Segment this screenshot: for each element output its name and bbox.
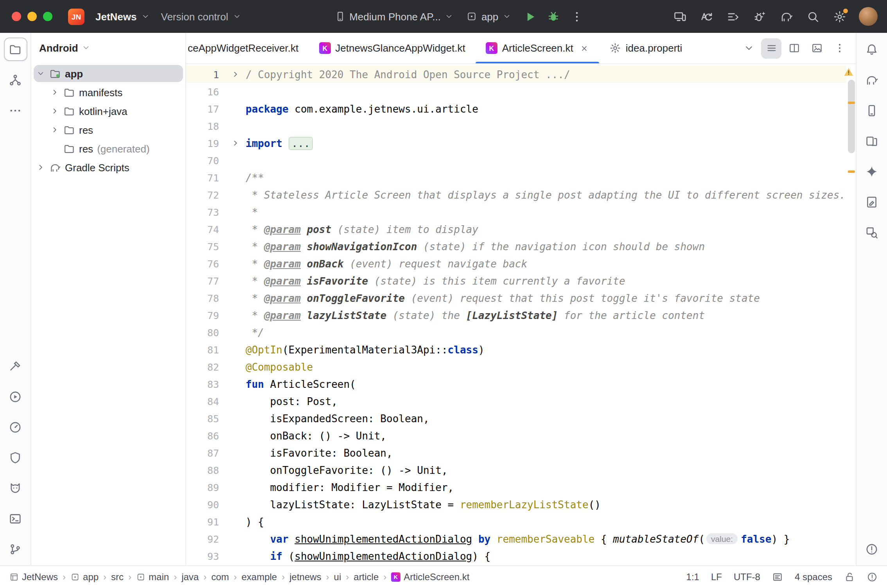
- vcs-widget[interactable]: Version control: [156, 7, 247, 26]
- tool-layout-inspector-button[interactable]: [860, 220, 883, 244]
- breadcrumb-ui[interactable]: ui: [334, 572, 341, 583]
- inspections-widget[interactable]: [843, 66, 854, 80]
- bug-report-button[interactable]: [749, 5, 771, 27]
- encoding-widget[interactable]: UTF-8: [734, 572, 760, 583]
- design-view-button[interactable]: [806, 38, 827, 58]
- tree-item-gradle-scripts[interactable]: Gradle Scripts: [31, 158, 185, 177]
- code-line-88[interactable]: 88 onToggleFavorite: () -> Unit,: [186, 461, 846, 479]
- code-line-75[interactable]: 75 * @param showNavigationIcon (state) i…: [186, 238, 846, 255]
- fold-arrow-icon[interactable]: [231, 138, 240, 148]
- project-selector[interactable]: JetNews: [90, 7, 156, 26]
- tree-item-app[interactable]: app: [31, 64, 185, 83]
- code-line-72[interactable]: 72 * Stateless Article Screen that displ…: [186, 186, 846, 203]
- code-line-83[interactable]: 83fun ArticleScreen(: [186, 375, 846, 393]
- tree-item-res[interactable]: res: [31, 120, 185, 139]
- breadcrumb-com[interactable]: com: [211, 572, 229, 583]
- line-separator-widget[interactable]: LF: [711, 572, 722, 583]
- code-editor[interactable]: 1/ Copyright 2020 The Android Open Sourc…: [186, 64, 856, 565]
- device-selector[interactable]: Medium Phone AP...: [329, 7, 460, 26]
- editor-tab-jetnewsglanceappwidget-kt[interactable]: KJetnewsGlanceAppWidget.kt: [309, 33, 475, 63]
- code-line-19[interactable]: 19import ...: [186, 134, 846, 152]
- editor-scrollbar[interactable]: [846, 64, 856, 565]
- run-configuration-selector[interactable]: app: [461, 7, 517, 26]
- tool-app-inspection-button[interactable]: [860, 190, 883, 213]
- error-indicator-icon[interactable]: [867, 572, 878, 583]
- gradle-sync-button[interactable]: [776, 5, 798, 27]
- code-line-85[interactable]: 85 isExpandedScreen: Boolean,: [186, 410, 846, 427]
- code-line-89[interactable]: 89 modifier: Modifier = Modifier,: [186, 479, 846, 496]
- tool-run-button[interactable]: [4, 385, 27, 408]
- tool-profiler-button[interactable]: [4, 415, 27, 439]
- tool-problems-button[interactable]: [860, 537, 883, 561]
- code-line-18[interactable]: 18: [186, 117, 846, 134]
- more-run-actions-button[interactable]: [566, 5, 587, 27]
- tool-logcat-button[interactable]: [4, 476, 27, 500]
- code-line-70[interactable]: 70: [186, 152, 846, 169]
- breadcrumb-articlescreen-kt[interactable]: KArticleScreen.kt: [391, 572, 469, 583]
- code-line-93[interactable]: 93 if (showUnimplementedActionDialog) {: [186, 547, 846, 565]
- code-line-74[interactable]: 74 * @param post (state) item to display: [186, 220, 846, 238]
- hidden-tabs-button[interactable]: [738, 38, 759, 58]
- code-line-86[interactable]: 86 onBack: () -> Unit,: [186, 427, 846, 444]
- close-icon[interactable]: [580, 43, 589, 53]
- tool-app-quality-insights-button[interactable]: [4, 446, 27, 469]
- breadcrumb-article[interactable]: article: [354, 572, 379, 583]
- tree-item-manifests[interactable]: manifests: [31, 83, 185, 102]
- editor-options-button[interactable]: [829, 38, 849, 58]
- close-window-button[interactable]: [12, 12, 21, 21]
- minimize-window-button[interactable]: [27, 12, 37, 21]
- tree-item-kotlin-java[interactable]: kotlin+java: [31, 102, 185, 120]
- code-line-16[interactable]: 16: [186, 83, 846, 100]
- scrollbar-thumb[interactable]: [848, 80, 855, 153]
- code-line-77[interactable]: 77 * @param isFavorite (state) is this i…: [186, 272, 846, 289]
- code-view-button[interactable]: [761, 38, 781, 58]
- code-line-87[interactable]: 87 isFavorite: Boolean,: [186, 444, 846, 461]
- tool-running-devices-button[interactable]: [860, 129, 883, 152]
- breadcrumb-example[interactable]: example: [242, 572, 277, 583]
- code-line-78[interactable]: 78 * @param onToggleFavorite (event) req…: [186, 289, 846, 307]
- tool-device-manager-button[interactable]: [860, 99, 883, 122]
- settings-button[interactable]: [829, 5, 851, 27]
- breadcrumb-jetnews[interactable]: JetNews: [9, 572, 58, 583]
- code-line-71[interactable]: 71/**: [186, 169, 846, 186]
- tool-project-button[interactable]: [4, 38, 27, 61]
- code-line-82[interactable]: 82@Composable: [186, 358, 846, 375]
- code-line-79[interactable]: 79 * @param lazyListState (state) the [L…: [186, 307, 846, 324]
- code-line-17[interactable]: 17package com.example.jetnews.ui.article: [186, 100, 846, 117]
- run-button[interactable]: [519, 5, 540, 27]
- search-everywhere-button[interactable]: [803, 5, 824, 27]
- tool-notifications-button[interactable]: [860, 38, 883, 61]
- code-line-81[interactable]: 81@OptIn(ExperimentalMaterial3Api::class…: [186, 341, 846, 358]
- breadcrumb-main[interactable]: main: [136, 572, 169, 583]
- tool-more-tool-windows-button[interactable]: [4, 99, 27, 122]
- code-line-84[interactable]: 84 post: Post,: [186, 393, 846, 410]
- breadcrumb-app[interactable]: app: [70, 572, 99, 583]
- debug-button[interactable]: [542, 5, 564, 27]
- breadcrumb-src[interactable]: src: [111, 572, 124, 583]
- tool-gemini-button[interactable]: [860, 160, 883, 183]
- tool-terminal-button[interactable]: [4, 507, 27, 530]
- editor-tab-ceappwidgetreceiver-kt[interactable]: ceAppWidgetReceiver.kt: [186, 33, 309, 63]
- tool-version-control-button[interactable]: [4, 537, 27, 561]
- tool-build-button[interactable]: [4, 354, 27, 378]
- project-view-selector[interactable]: Android: [39, 42, 91, 54]
- code-line-73[interactable]: 73 *: [186, 203, 846, 220]
- code-line-76[interactable]: 76 * @param onBack (event) request navig…: [186, 255, 846, 272]
- code-line-92[interactable]: 92 var showUnimplementedActionDialog by …: [186, 530, 846, 547]
- indent-size-widget[interactable]: 4 spaces: [795, 572, 832, 583]
- user-avatar[interactable]: [859, 7, 878, 26]
- breadcrumb-java[interactable]: java: [181, 572, 199, 583]
- code-sync-button[interactable]: [696, 5, 718, 27]
- editor-tab-articlescreen-kt[interactable]: KArticleScreen.kt: [476, 33, 599, 63]
- tool-gradle-button[interactable]: [860, 68, 883, 91]
- fold-arrow-icon[interactable]: [231, 70, 240, 79]
- zoom-window-button[interactable]: [43, 12, 52, 21]
- editor-tab-idea-properti[interactable]: idea.properti: [599, 33, 693, 63]
- tool-structure-button[interactable]: [4, 68, 27, 91]
- tree-item-res-generated[interactable]: res(generated): [31, 139, 185, 158]
- code-line-91[interactable]: 91) {: [186, 513, 846, 530]
- indent-style-icon[interactable]: [772, 572, 783, 583]
- code-line-1[interactable]: 1/ Copyright 2020 The Android Open Sourc…: [186, 66, 846, 83]
- code-line-80[interactable]: 80 */: [186, 324, 846, 341]
- breadcrumb-jetnews[interactable]: jetnews: [289, 572, 321, 583]
